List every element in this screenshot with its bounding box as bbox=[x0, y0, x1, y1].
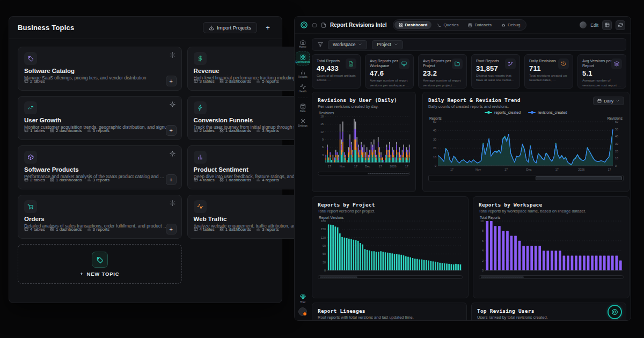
project-filter-dropdown[interactable]: Project bbox=[372, 40, 402, 49]
dash-icon bbox=[300, 54, 306, 60]
svg-text:8: 8 bbox=[482, 229, 484, 232]
sidebar-item-data[interactable]: Data bbox=[296, 101, 310, 114]
svg-text:17: 17 bbox=[405, 165, 408, 168]
chevron-down-icon bbox=[616, 99, 620, 103]
reports-by-workspace-card: Reports by Workspace Total reports by wo… bbox=[473, 196, 630, 298]
chart-subtitle: Total reports by workspace name, based o… bbox=[479, 209, 624, 214]
add-topic-header-button[interactable]: + bbox=[262, 23, 273, 33]
chart-brush[interactable] bbox=[428, 175, 624, 181]
gear-icon[interactable] bbox=[170, 52, 175, 58]
dashboard-main: Workspace Project Total Reports 49,433 C… bbox=[311, 34, 631, 320]
profile-avatar[interactable] bbox=[298, 307, 307, 316]
kpi-card: Daily Revisions 711 Total revisions crea… bbox=[524, 54, 573, 89]
app-logo-icon[interactable] bbox=[300, 21, 308, 29]
gear-icon[interactable] bbox=[170, 151, 175, 157]
topic-meta: 1 tables bbox=[24, 128, 45, 133]
branch-icon bbox=[505, 58, 516, 69]
svg-text:17: 17 bbox=[555, 168, 559, 171]
trend-icon bbox=[24, 101, 37, 114]
kpi-description: Average number of report versions per pr… bbox=[423, 78, 462, 87]
tab-debug[interactable]: Debug bbox=[497, 21, 525, 29]
kpi-description: Distinct root reports that have at least… bbox=[476, 74, 515, 83]
kpi-card: Avg Versions per Report 5.1 Average numb… bbox=[577, 54, 626, 89]
tab-queries[interactable]: Queries bbox=[433, 21, 463, 29]
dollar-icon bbox=[194, 52, 207, 65]
trial-badge[interactable]: Trial bbox=[300, 294, 306, 304]
new-topic-label: +NEW TOPIC bbox=[80, 271, 119, 277]
svg-text:Dec: Dec bbox=[526, 168, 532, 171]
sidebar-item-home[interactable]: Home bbox=[296, 37, 310, 50]
dashboard-tabs: DashboardQueriesDatasetsDebug bbox=[393, 19, 526, 31]
workspace-filter-dropdown[interactable]: Workspace bbox=[328, 40, 367, 49]
tab-dashboard[interactable]: Dashboard bbox=[394, 21, 432, 29]
chart-title: Revisions by User (Daily) bbox=[318, 97, 410, 103]
chart-subtitle: Total report versions per project. bbox=[318, 209, 463, 214]
chart-scrollbar[interactable] bbox=[318, 275, 463, 279]
topic-meta: 1 dashboards bbox=[50, 178, 82, 182]
tab-datasets[interactable]: Datasets bbox=[464, 21, 496, 29]
revisions-by-user-card: Revisions by User (Daily) Per-user revis… bbox=[312, 92, 416, 192]
user-avatar[interactable] bbox=[580, 21, 587, 28]
svg-text:12: 12 bbox=[320, 130, 324, 134]
topic-meta: 2 dashboards bbox=[50, 128, 82, 133]
filter-icon bbox=[318, 42, 323, 47]
chart-icon bbox=[194, 151, 207, 164]
svg-text:Nov: Nov bbox=[340, 165, 345, 168]
sidebar-item-settings[interactable]: Settings bbox=[296, 116, 310, 129]
svg-text:Dec: Dec bbox=[365, 165, 370, 168]
edit-button[interactable]: Edit bbox=[590, 23, 598, 28]
desktop: Business Topics Import Projects + Softwa… bbox=[0, 0, 644, 338]
checkbox-icon[interactable] bbox=[312, 23, 317, 28]
topic-meta: 3 reports bbox=[87, 227, 110, 232]
gear-icon[interactable] bbox=[170, 200, 175, 206]
dash-icon bbox=[399, 23, 403, 27]
svg-text:150: 150 bbox=[321, 227, 326, 231]
topic-add-button[interactable]: + bbox=[166, 125, 177, 136]
range-dropdown[interactable]: Daily bbox=[593, 97, 624, 105]
topic-add-button[interactable]: + bbox=[166, 76, 177, 86]
legend-item[interactable]: revisions_created bbox=[528, 111, 567, 114]
chart-title: Reports by Project bbox=[318, 202, 463, 208]
svg-text:10: 10 bbox=[433, 156, 436, 159]
topic-card[interactable]: Software Products Performance and market… bbox=[18, 145, 182, 189]
topic-card[interactable]: Orders Detailed analysis of sales transa… bbox=[18, 195, 182, 239]
daily-trend-chart: 01020304050010203040506017Nov17Dec172026… bbox=[428, 120, 624, 173]
import-projects-button[interactable]: Import Projects bbox=[203, 22, 257, 33]
document-icon bbox=[321, 23, 326, 28]
kpi-row: Total Reports 49,433 Count of all report… bbox=[312, 54, 626, 89]
sidebar-item-dashboards[interactable]: Dashboards bbox=[296, 52, 310, 65]
topic-meta: 1 dashboards bbox=[219, 178, 251, 182]
chart-subtitle: Per-user revisions created by day. bbox=[318, 104, 410, 109]
kpi-value: 47.6 bbox=[370, 69, 409, 77]
gear-icon[interactable] bbox=[170, 101, 175, 107]
layout-grid-button[interactable] bbox=[602, 20, 612, 30]
topic-add-button[interactable]: + bbox=[166, 224, 177, 234]
dashboard-topbar: Report Revisions Intel DashboardQueriesD… bbox=[295, 17, 631, 34]
svg-text:4: 4 bbox=[482, 249, 484, 252]
svg-text:17: 17 bbox=[354, 165, 357, 168]
svg-text:2026: 2026 bbox=[390, 165, 396, 168]
kpi-card: Total Reports 49,433 Count of all report… bbox=[312, 54, 361, 89]
topic-card[interactable]: Software Catalog Manage SaaS offerings, … bbox=[18, 47, 182, 91]
new-topic-card[interactable]: +NEW TOPIC bbox=[18, 244, 182, 284]
topic-title: Software Products bbox=[24, 166, 175, 173]
chart-icon bbox=[300, 69, 306, 75]
chevron-down-icon bbox=[394, 42, 398, 47]
topic-add-button[interactable]: + bbox=[166, 174, 177, 185]
activity-icon bbox=[194, 200, 207, 213]
chart-scrollbar[interactable] bbox=[318, 172, 410, 175]
svg-text:120: 120 bbox=[321, 236, 326, 239]
topic-card[interactable]: User Growth Monitor customer acquisition… bbox=[18, 96, 182, 140]
topic-meta: 2 tables bbox=[24, 178, 45, 182]
card-subtitle: Users ranked by total revisions created. bbox=[477, 315, 620, 320]
svg-text:40: 40 bbox=[433, 129, 436, 132]
assistant-bubble-button[interactable] bbox=[608, 305, 622, 319]
chart-legend: reports_createdrevisions_created bbox=[428, 111, 624, 114]
refresh-button[interactable] bbox=[616, 20, 625, 30]
legend-item[interactable]: reports_created bbox=[485, 111, 521, 114]
sidebar-item-reports[interactable]: Reports bbox=[296, 67, 310, 80]
chart-scrollbar[interactable] bbox=[479, 275, 624, 279]
topic-meta: 4 reports bbox=[256, 178, 279, 182]
sidebar-item-health[interactable]: Health bbox=[296, 82, 310, 94]
svg-text:17: 17 bbox=[450, 168, 453, 171]
